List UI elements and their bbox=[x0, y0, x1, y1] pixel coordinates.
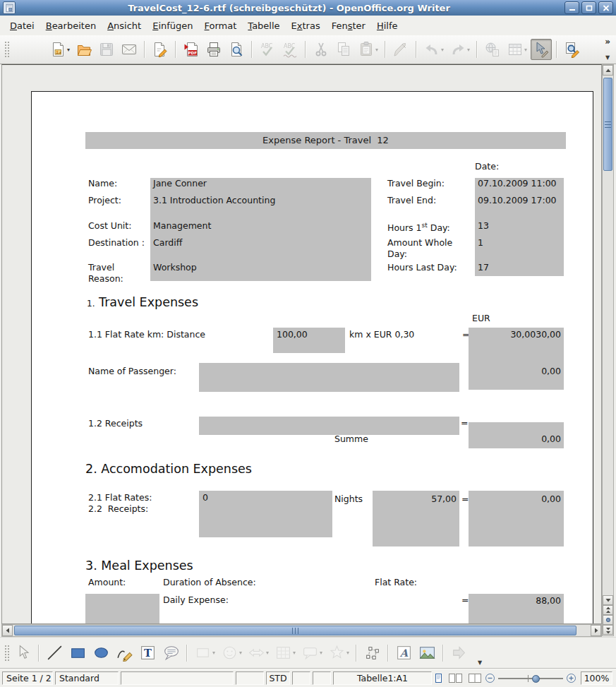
daily-expense-label: Daily Expense: bbox=[163, 595, 229, 606]
multi-page-view-icon[interactable] bbox=[448, 673, 464, 684]
status-empty-cell-2 bbox=[236, 671, 264, 685]
symbol-shapes-icon bbox=[221, 644, 238, 662]
line-button[interactable] bbox=[44, 642, 66, 664]
next-page-button[interactable] bbox=[603, 625, 613, 635]
section1-heading: 1. Travel Expenses bbox=[87, 295, 198, 309]
destination-label: Destination : bbox=[88, 237, 145, 249]
overflow-chevron-icon: » bbox=[605, 38, 610, 45]
text-box-icon: T bbox=[139, 644, 157, 662]
zoom-out-icon[interactable] bbox=[485, 673, 495, 683]
menubar: DateiBearbeitenAnsichtEinfügenFormatTabe… bbox=[0, 16, 616, 35]
toolbar-separator bbox=[175, 41, 176, 58]
text-box-button[interactable]: T bbox=[137, 642, 159, 664]
email-icon bbox=[121, 41, 138, 58]
draw-functions-button[interactable] bbox=[531, 39, 552, 60]
copy-icon bbox=[335, 41, 352, 58]
toolbar-grip[interactable] bbox=[4, 41, 9, 58]
receipts-field[interactable] bbox=[199, 417, 459, 435]
toolbar-separator bbox=[416, 41, 417, 58]
horizontal-scroll-thumb[interactable] bbox=[14, 626, 576, 635]
flowchart-button: ▾ bbox=[272, 642, 298, 664]
travel-result-value: 30,0030,00 bbox=[469, 329, 561, 340]
block-arrows-button: ▾ bbox=[246, 642, 271, 664]
open-button[interactable] bbox=[73, 39, 95, 60]
accomodation-result-value: 0,00 bbox=[469, 494, 561, 505]
travel-begin-value: 07.10.2009 11:00 bbox=[478, 178, 557, 189]
draw-functions-icon bbox=[533, 41, 550, 58]
extrusion-icon bbox=[450, 644, 468, 662]
menu-item-fenster[interactable]: Fenster bbox=[326, 18, 371, 34]
freeform-line-button[interactable] bbox=[114, 642, 135, 664]
extrusion-button bbox=[448, 642, 470, 664]
fontwork-button[interactable]: A bbox=[393, 642, 415, 664]
menu-item-einfuegen[interactable]: Einfügen bbox=[147, 18, 198, 34]
paste-icon bbox=[358, 41, 375, 58]
status-zoom-percent[interactable]: 100% bbox=[581, 671, 612, 685]
status-insert-mode[interactable]: STD bbox=[266, 671, 290, 685]
passenger-field[interactable] bbox=[199, 363, 459, 392]
window-title: TravelCost_12-6.rtf (schreibgeschützt) -… bbox=[16, 3, 562, 13]
document-view: Expense Report - Travel 12 Date: Name: J… bbox=[1, 64, 602, 624]
callout-shapes-icon bbox=[301, 644, 319, 662]
single-page-view-icon[interactable] bbox=[432, 673, 445, 684]
document-page[interactable]: Expense Report - Travel 12 Date: Name: J… bbox=[31, 91, 593, 624]
edit-points-button[interactable] bbox=[361, 642, 383, 664]
meal-amount-field[interactable] bbox=[85, 594, 159, 624]
find-replace-button[interactable] bbox=[562, 39, 583, 60]
status-page-style[interactable]: Standard bbox=[55, 671, 119, 685]
print-button[interactable] bbox=[203, 39, 224, 60]
ellipse-button[interactable] bbox=[90, 642, 112, 664]
zoom-in-icon[interactable] bbox=[566, 673, 576, 683]
openoffice-writer-window: TravelCost_12-6.rtf (schreibgeschützt) -… bbox=[0, 0, 616, 687]
maximize-button[interactable] bbox=[581, 1, 596, 14]
scroll-up-button[interactable] bbox=[603, 65, 613, 76]
drawbar-options-caret-icon[interactable]: ▼ bbox=[478, 659, 482, 666]
menu-item-hilfe[interactable]: Hilfe bbox=[371, 18, 404, 34]
picture-from-file-button[interactable] bbox=[416, 642, 438, 664]
section2-heading: 2. Accomodation Expenses bbox=[85, 462, 252, 476]
section3-heading: 3. Meal Expenses bbox=[85, 558, 193, 573]
vertical-scrollbar[interactable] bbox=[602, 64, 614, 636]
toolbar-separator bbox=[356, 645, 357, 662]
menu-item-bearbeiten[interactable]: Bearbeiten bbox=[40, 18, 102, 34]
zoom-slider-thumb[interactable] bbox=[532, 675, 540, 683]
vertical-scroll-thumb[interactable] bbox=[603, 78, 612, 171]
menu-item-extras[interactable]: Extras bbox=[286, 18, 326, 34]
status-page-count[interactable]: Seite 1 / 2 bbox=[2, 671, 53, 685]
minimize-button[interactable] bbox=[564, 1, 579, 14]
table-button: ▾ bbox=[505, 39, 529, 60]
dropdown-caret-icon: ▾ bbox=[239, 650, 242, 656]
zoom-slider-track[interactable] bbox=[498, 678, 563, 679]
menu-item-datei[interactable]: Datei bbox=[4, 18, 40, 34]
toolbar-separator bbox=[144, 41, 145, 58]
select-button[interactable] bbox=[12, 642, 34, 664]
new-document-button[interactable]: ▾ bbox=[47, 39, 72, 60]
report-title-band: Expense Report - Travel 12 bbox=[85, 132, 566, 149]
drawbar-grip[interactable] bbox=[4, 645, 9, 662]
scroll-right-button[interactable] bbox=[591, 625, 601, 636]
callout-button[interactable] bbox=[160, 642, 182, 664]
rectangle-button[interactable] bbox=[67, 642, 89, 664]
find-replace-icon bbox=[564, 41, 581, 58]
edit-file-button[interactable] bbox=[150, 39, 171, 60]
email-button[interactable] bbox=[119, 39, 140, 60]
cut-icon bbox=[313, 41, 330, 58]
scroll-down-button[interactable] bbox=[603, 595, 613, 605]
edit-file-icon bbox=[152, 41, 169, 58]
export-pdf-button[interactable]: PDF bbox=[181, 39, 202, 60]
page-preview-button[interactable] bbox=[226, 39, 247, 60]
close-button[interactable] bbox=[598, 1, 613, 14]
dropdown-caret-icon[interactable]: ▾ bbox=[67, 47, 70, 53]
toolbar-overflow-button[interactable]: » ▼ bbox=[601, 37, 614, 61]
scroll-left-button[interactable] bbox=[2, 625, 13, 636]
horizontal-scrollbar[interactable] bbox=[1, 624, 602, 637]
menu-item-ansicht[interactable]: Ansicht bbox=[102, 18, 147, 34]
book-view-icon[interactable] bbox=[467, 673, 483, 684]
previous-page-button[interactable] bbox=[603, 605, 613, 615]
navigation-button[interactable] bbox=[603, 615, 613, 625]
drawbar-buttons: T▾▾▾▾▾▾A bbox=[11, 642, 471, 664]
flat-rates-field[interactable] bbox=[199, 491, 332, 537]
menu-item-format[interactable]: Format bbox=[199, 18, 243, 34]
menu-item-tabelle[interactable]: Tabelle bbox=[242, 18, 285, 34]
zoom-tick bbox=[528, 675, 529, 682]
